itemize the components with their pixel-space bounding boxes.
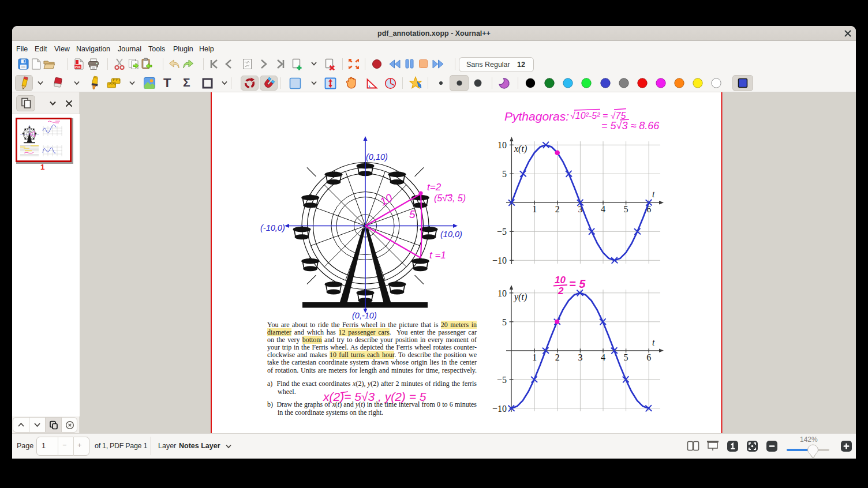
svg-text:−5: −5 xyxy=(497,227,507,237)
svg-text:10: 10 xyxy=(497,288,507,298)
svg-text:4: 4 xyxy=(601,352,605,362)
svg-text:5: 5 xyxy=(624,204,628,214)
svg-text:10: 10 xyxy=(555,275,566,286)
svg-text:Pythagoras:: Pythagoras: xyxy=(504,110,569,123)
svg-text:(10,0): (10,0) xyxy=(440,230,462,239)
svg-text:5: 5 xyxy=(502,169,507,179)
svg-text:t=2: t=2 xyxy=(427,182,442,193)
svg-text:(5√3, 5): (5√3, 5) xyxy=(434,193,466,203)
svg-text:10: 10 xyxy=(497,140,507,150)
svg-text:1: 1 xyxy=(532,204,537,214)
svg-text:(0,10): (0,10) xyxy=(366,152,388,162)
svg-text:t: t xyxy=(652,189,655,199)
svg-text:−10: −10 xyxy=(492,256,507,265)
svg-text:√10²-5² = √75: √10²-5² = √75 xyxy=(570,111,626,121)
svg-text:x(t): x(t) xyxy=(514,144,527,154)
svg-text:−10: −10 xyxy=(492,404,507,414)
svg-text:−5: −5 xyxy=(497,375,507,385)
svg-text:t: t xyxy=(652,337,655,347)
svg-text:2: 2 xyxy=(555,352,560,362)
svg-text:(-10,0): (-10,0) xyxy=(260,223,285,232)
svg-text:= 5√3 ≈ 8.66: = 5√3 ≈ 8.66 xyxy=(601,120,660,132)
svg-text:3: 3 xyxy=(578,352,582,362)
svg-text:(0,-10): (0,-10) xyxy=(352,311,377,320)
svg-text:4: 4 xyxy=(601,204,605,214)
svg-text:5: 5 xyxy=(502,317,507,327)
svg-text:5: 5 xyxy=(624,352,628,362)
svg-text:5: 5 xyxy=(409,208,416,220)
svg-text:2: 2 xyxy=(558,286,564,296)
svg-text:= 5: = 5 xyxy=(569,277,586,290)
svg-text:1: 1 xyxy=(532,352,537,362)
svg-text:y(t): y(t) xyxy=(513,292,527,302)
svg-text:6: 6 xyxy=(646,352,651,362)
svg-text:t =1: t =1 xyxy=(429,250,446,261)
svg-text:2: 2 xyxy=(555,204,560,214)
